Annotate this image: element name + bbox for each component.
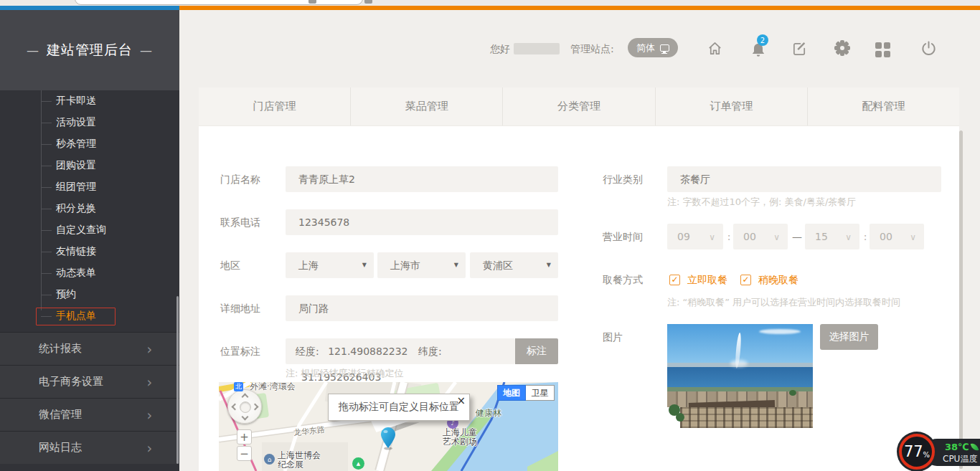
city-select[interactable]: 上海市 ▼ <box>377 252 466 278</box>
province-select[interactable]: 上海 ▼ <box>286 252 374 278</box>
sidebar-item[interactable]: 自定义查询 <box>0 219 179 241</box>
latitude-label: 纬度: <box>418 346 442 357</box>
tab-order-management[interactable]: 订单管理 <box>656 87 808 125</box>
check-icon: ✓ <box>671 275 678 285</box>
province-value: 上海 <box>298 260 319 271</box>
content-card: 门店管理 菜品管理 分类管理 订单管理 配料管理 门店名称 青青原上草2 联系电… <box>199 87 959 471</box>
location-input[interactable]: 经度: 121.490882232 纬度: 31.1952626403 <box>286 338 515 364</box>
sidebar-item[interactable]: 团购设置 <box>0 155 179 176</box>
mark-location-button[interactable]: 标注 <box>515 338 558 364</box>
chevron-right-icon: › <box>146 341 152 357</box>
compass-right-arrow[interactable] <box>252 404 259 411</box>
section-label: 微信管理 <box>39 408 82 422</box>
language-pill-button[interactable]: 简体 <box>628 38 678 57</box>
map-label-park: 健康林 <box>476 409 501 418</box>
sidebar-section-item[interactable]: 网站日志 › <box>0 431 179 464</box>
time-colon: : <box>861 224 870 249</box>
map-type-toggle: 地图 卫星 <box>497 385 555 401</box>
hours-label: 营业时间 <box>603 231 643 244</box>
select-image-label: 选择图片 <box>829 330 870 343</box>
sidebar-item[interactable]: 积分兑换 <box>0 198 179 219</box>
sidebar-item[interactable]: 预约 <box>0 284 179 305</box>
tab-label: 订单管理 <box>710 100 753 113</box>
sidebar-section-item[interactable]: 统计报表 › <box>0 332 179 365</box>
address-input[interactable]: 局门路 <box>286 295 558 321</box>
pickup-label: 取餐方式 <box>603 274 643 287</box>
map-zoom-in-button[interactable]: + <box>237 429 252 444</box>
open-minute-select[interactable]: 00 ∨ <box>733 224 788 249</box>
sidebar-item-label: 手机点单 <box>36 308 116 325</box>
map-compass[interactable] <box>227 389 262 424</box>
phone-input[interactable]: 12345678 <box>286 209 558 235</box>
apps-grid-icon[interactable] <box>875 42 890 57</box>
tab-category-management[interactable]: 分类管理 <box>503 87 655 125</box>
gear-icon[interactable] <box>834 40 850 56</box>
select-image-button[interactable]: 选择图片 <box>820 324 878 350</box>
tab-label: 门店管理 <box>253 100 296 113</box>
greeting-text: 您好 <box>490 43 510 56</box>
longitude-value: 121.490882232 <box>328 346 407 357</box>
sidebar-item-label: 秒杀管理 <box>56 138 96 151</box>
address-value: 局门路 <box>298 303 329 314</box>
tab-dish-management[interactable]: 菜品管理 <box>351 87 503 125</box>
map-label-expo-line1: 上海世博会 <box>278 450 321 460</box>
address-bar-fragment[interactable] <box>75 0 363 5</box>
sidebar-item[interactable]: 活动设置 <box>0 112 179 133</box>
sidebar-submenu: 开卡即送 活动设置 秒杀管理 团购设置 组团管理 积分兑换 自定义查询 友情链接… <box>0 90 179 327</box>
sidebar-item[interactable]: 秒杀管理 <box>0 133 179 155</box>
map-pin[interactable] <box>380 427 396 453</box>
map-zoom-out-button[interactable]: − <box>237 446 252 461</box>
time-range-dash: — <box>789 224 805 249</box>
sidebar-item-label: 动态表单 <box>56 267 96 280</box>
close-hour-select[interactable]: 15 ∨ <box>805 224 859 249</box>
store-name-input[interactable]: 青青原上草2 <box>286 166 558 192</box>
map-label-expo-line2: 纪念展 <box>278 460 303 470</box>
chevron-down-icon: ∨ <box>910 224 916 250</box>
pickup-now-label[interactable]: 立即取餐 <box>687 274 727 287</box>
section-label: 统计报表 <box>39 342 82 356</box>
cpu-temp-label: CPU温度 <box>943 453 977 465</box>
sidebar-section-item[interactable]: 电子商务设置 › <box>0 365 179 398</box>
photo-poi-icon: ▲ <box>352 457 364 470</box>
monitor-icon <box>660 44 669 52</box>
pickup-now-checkbox[interactable]: ✓ <box>669 275 680 285</box>
close-minute-select[interactable]: 00 ∨ <box>870 224 924 249</box>
browser-icon-fragment <box>364 0 372 4</box>
callout-close-icon[interactable]: × <box>456 394 466 407</box>
tab-ingredient-management[interactable]: 配料管理 <box>808 87 959 125</box>
edit-icon[interactable] <box>791 40 808 60</box>
industry-label: 行业类别 <box>603 173 643 186</box>
sidebar-item-active[interactable]: 手机点单 <box>0 305 179 327</box>
store-name-value: 青青原上草2 <box>298 173 355 185</box>
browser-icon-fragment <box>308 0 316 4</box>
sidebar-item[interactable]: 动态表单 <box>0 262 179 284</box>
sidebar-item[interactable]: 开卡即送 <box>0 90 179 112</box>
map-type-satellite-button[interactable]: 卫星 <box>526 385 555 401</box>
cpu-usage-gauge[interactable]: 77 % <box>899 434 935 470</box>
open-hour-select[interactable]: 09 ∨ <box>667 224 723 249</box>
sidebar-item[interactable]: 友情链接 <box>0 241 179 262</box>
chevron-down-icon: ∨ <box>845 224 852 250</box>
language-label: 简体 <box>636 42 655 54</box>
power-icon[interactable] <box>920 40 937 60</box>
sidebar-item[interactable]: 组团管理 <box>0 176 179 198</box>
compass-up-arrow[interactable] <box>242 394 249 401</box>
sidebar-item-label: 积分兑换 <box>56 202 96 215</box>
map-canvas[interactable]: 外滩·湾環会 龙华东路 健康林 上海儿童 艺术剧场 上海世博会 纪念展 ♪ ▲ … <box>219 382 558 471</box>
sidebar-scrollbar[interactable] <box>176 296 179 464</box>
home-icon[interactable] <box>707 40 723 60</box>
industry-input[interactable]: 茶餐厅 <box>667 166 941 192</box>
compass-down-arrow[interactable] <box>242 414 249 421</box>
sidebar-section-item[interactable]: 微信管理 › <box>0 398 179 431</box>
compass-left-arrow[interactable] <box>232 404 239 411</box>
phone-value: 12345678 <box>298 217 349 228</box>
compass-knob[interactable] <box>240 401 251 413</box>
map-type-map-button[interactable]: 地图 <box>497 385 526 401</box>
pickup-later-checkbox[interactable]: ✓ <box>740 275 751 285</box>
district-select[interactable]: 黄浦区 ▼ <box>470 252 558 278</box>
tab-store-management[interactable]: 门店管理 <box>199 87 351 125</box>
pickup-later-label[interactable]: 稍晚取餐 <box>758 274 798 287</box>
content-scrollbar[interactable] <box>959 130 963 469</box>
industry-note: 注: 字数不超过10个字，例: 美食/粤菜/茶餐厅 <box>667 196 856 209</box>
time-colon: : <box>725 224 733 249</box>
